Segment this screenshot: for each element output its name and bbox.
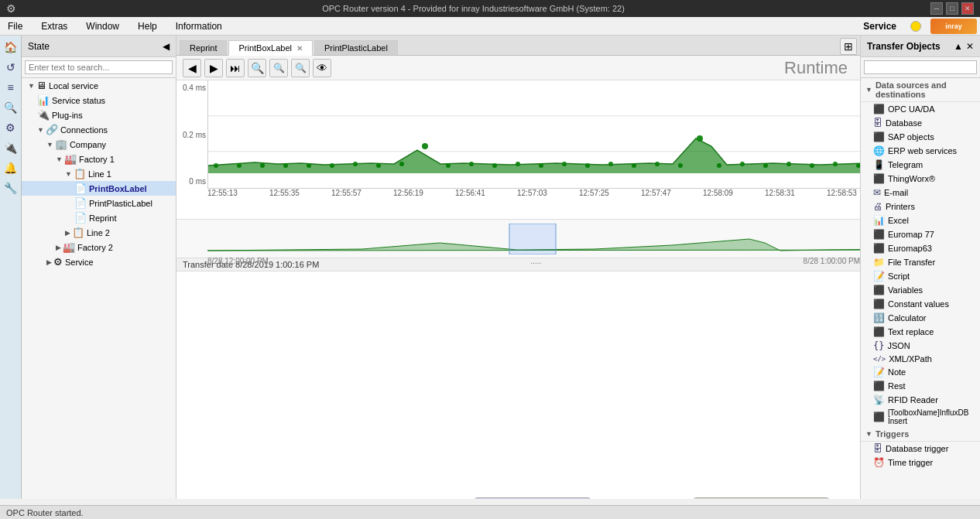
rs-item-telegram[interactable]: 📱 Telegram [861, 158, 980, 172]
tree-container: ▼ 🖥 Local service 📊 Service status 🔌 Plu… [22, 78, 176, 499]
icon-settings[interactable]: ⚙ [2, 119, 19, 136]
panel-expand-button[interactable]: ⊞ [840, 38, 857, 55]
state-header: State ◀ [22, 36, 176, 57]
rs-item-xml[interactable]: </> XML/XPath [861, 353, 980, 365]
rs-expand-icon[interactable]: ▲ [954, 41, 963, 52]
icon-home[interactable]: 🏠 [2, 39, 19, 56]
rs-item-calculator[interactable]: 🔢 Calculator [861, 311, 980, 325]
icon-list[interactable]: ≡ [2, 79, 19, 96]
tree-item-connections[interactable]: ▼ 🔗 Connections [22, 122, 176, 137]
service-status-dot[interactable] [910, 21, 921, 32]
rs-item-time-trigger[interactable]: ⏰ Time trigger [861, 456, 980, 469]
rs-search [861, 57, 980, 78]
rs-item-database[interactable]: 🗄 Database [861, 116, 980, 130]
zoom-in-button[interactable]: 🔍 [248, 59, 266, 77]
rs-item-constant[interactable]: ⬛ Constant values [861, 297, 980, 311]
tree-item-printboxlabel[interactable]: 📄 PrintBoxLabel [22, 181, 176, 196]
diagram-area[interactable]: 40005... 08164... NULL 01.01.... [176, 271, 860, 499]
zoom-out-button[interactable]: 🔍 [269, 59, 288, 77]
rs-close-icon[interactable]: ✕ [966, 41, 974, 52]
tree-item-local-service[interactable]: ▼ 🖥 Local service [22, 78, 176, 93]
tree-item-line1[interactable]: ▼ 📋 Line 1 [22, 166, 176, 181]
rs-item-printers[interactable]: 🖨 Printers [861, 200, 980, 213]
rs-section-data-sources[interactable]: ▼ Data sources and destinations [861, 78, 980, 102]
icon-alert[interactable]: 🔔 [2, 159, 19, 176]
tab-printplasticlabel[interactable]: PrintPlasticLabel [314, 40, 398, 55]
menu-help[interactable]: Help [133, 19, 162, 33]
tab-printboxlabel[interactable]: PrintBoxLabel ✕ [228, 40, 313, 56]
tab-printboxlabel-close[interactable]: ✕ [296, 44, 303, 53]
rs-search-input[interactable] [864, 60, 977, 74]
rs-item-rest[interactable]: ⬛ Rest [861, 379, 980, 393]
node-database1[interactable]: 🗄 Database Type: Select DB access data: … [475, 497, 591, 499]
rs-content: ▼ Data sources and destinations ⬛ OPC UA… [861, 78, 980, 499]
icon-tool[interactable]: 🔧 [2, 179, 19, 196]
rs-item-textreplace[interactable]: ⬛ Text replace [861, 325, 980, 339]
tree-item-reprint[interactable]: 📄 Reprint [22, 210, 176, 225]
close-button[interactable]: ✕ [961, 2, 974, 15]
tree-item-printplasticlabel[interactable]: 📄 PrintPlasticLabel [22, 196, 176, 210]
node-zebra-printer[interactable]: 🖨 Zebra printer Print template: Template… [694, 497, 829, 499]
maximize-button[interactable]: □ [946, 2, 958, 15]
collapse-icon[interactable]: ◀ [163, 41, 170, 52]
window-controls[interactable]: ─ □ ✕ [930, 2, 974, 15]
rs-item-euromap63[interactable]: ⬛ Euromap63 [861, 241, 980, 255]
icon-plugin[interactable]: 🔌 [2, 139, 19, 156]
toolbar-left: ◀ ▶ ⏭ 🔍 🔍 🔍 👁 [183, 59, 331, 77]
rs-item-sap[interactable]: ⬛ SAP objects [861, 130, 980, 144]
overview-button[interactable]: 👁 [313, 59, 331, 77]
rs-item-filetransfer[interactable]: 📁 File Transfer [861, 255, 980, 269]
fit-button[interactable]: 🔍 [291, 59, 310, 77]
search-panel [22, 57, 176, 78]
window-title: OPC Router version 4 - Provided for inra… [16, 4, 930, 13]
rs-item-db-trigger[interactable]: 🗄 Database trigger [861, 442, 980, 456]
menu-extras[interactable]: Extras [36, 19, 72, 33]
state-label: State [28, 41, 50, 52]
tab-bar: Reprint PrintBoxLabel ✕ PrintPlasticLabe… [176, 36, 860, 56]
rs-item-influxdb[interactable]: ⬛ [ToolboxName]InfluxDB Insert [861, 407, 980, 427]
search-input[interactable] [25, 60, 173, 74]
mini-chart-svg [207, 224, 860, 254]
main-container: 🏠 ↺ ≡ 🔍 ⚙ 🔌 🔔 🔧 State ◀ ▼ 🖥 Local servic… [0, 36, 980, 499]
icon-search-left[interactable]: 🔍 [2, 99, 19, 116]
menu-window[interactable]: Window [81, 19, 124, 33]
rs-item-opc[interactable]: ⬛ OPC UA/DA [861, 102, 980, 116]
mini-chart: 8/28 12:00:00 PM ..... 8/28 1:00:00 PM [176, 220, 860, 258]
app-logo: inray [930, 19, 977, 34]
icon-refresh[interactable]: ↺ [2, 59, 19, 76]
rs-item-excel[interactable]: 📊 Excel [861, 213, 980, 227]
tree-item-plugins[interactable]: 🔌 Plug-ins [22, 108, 176, 122]
menu-information[interactable]: Information [171, 19, 227, 33]
nav-end-button[interactable]: ⏭ [226, 59, 245, 77]
nav-prev-button[interactable]: ◀ [183, 59, 201, 77]
tab-reprint[interactable]: Reprint [180, 40, 227, 55]
rs-item-json[interactable]: {} JSON [861, 339, 980, 353]
diagram-svg: 40005... 08164... NULL 01.01.... [176, 271, 860, 499]
tree-item-service-status[interactable]: 📊 Service status [22, 93, 176, 108]
chart-y-axis: 0.4 ms 0.2 ms 0 ms [176, 80, 207, 189]
service-label: Service [858, 19, 901, 33]
toolbar: ◀ ▶ ⏭ 🔍 🔍 🔍 👁 Runtime [176, 56, 860, 80]
rs-item-euromap77[interactable]: ⬛ Euromap 77 [861, 227, 980, 241]
rs-item-thingworx[interactable]: ⬛ ThingWorx® [861, 172, 980, 186]
rs-item-note[interactable]: 📝 Note [861, 365, 980, 379]
rs-item-script[interactable]: 📝 Script [861, 269, 980, 283]
rs-section-triggers[interactable]: ▼ Triggers [861, 427, 980, 442]
titlebar: ⚙ OPC Router version 4 - Provided for in… [0, 0, 980, 17]
rs-item-rfid[interactable]: 📡 RFID Reader [861, 393, 980, 407]
tree-item-line2[interactable]: ▶ 📋 Line 2 [22, 225, 176, 240]
tree-item-company[interactable]: ▼ 🏢 Company [22, 137, 176, 152]
minimize-button[interactable]: ─ [930, 2, 943, 15]
menubar: File Extras Window Help Information Serv… [0, 17, 980, 36]
nav-play-button[interactable]: ▶ [204, 59, 223, 77]
tree-item-service[interactable]: ▶ ⚙ Service [22, 254, 176, 269]
menu-file[interactable]: File [3, 19, 27, 33]
tree-item-factory1[interactable]: ▼ 🏭 Factory 1 [22, 152, 176, 166]
rs-item-erp[interactable]: 🌐 ERP web services [861, 144, 980, 158]
left-panel: State ◀ ▼ 🖥 Local service 📊 Service stat… [22, 36, 176, 499]
tree-item-factory2[interactable]: ▶ 🏭 Factory 2 [22, 240, 176, 254]
rs-item-email[interactable]: ✉ E-mail [861, 186, 980, 200]
rs-item-variables[interactable]: ⬛ Variables [861, 283, 980, 297]
chart-x-axis: 12:55:13 12:55:35 12:55:57 12:56:19 12:5… [176, 189, 860, 197]
svg-rect-38 [509, 224, 556, 254]
